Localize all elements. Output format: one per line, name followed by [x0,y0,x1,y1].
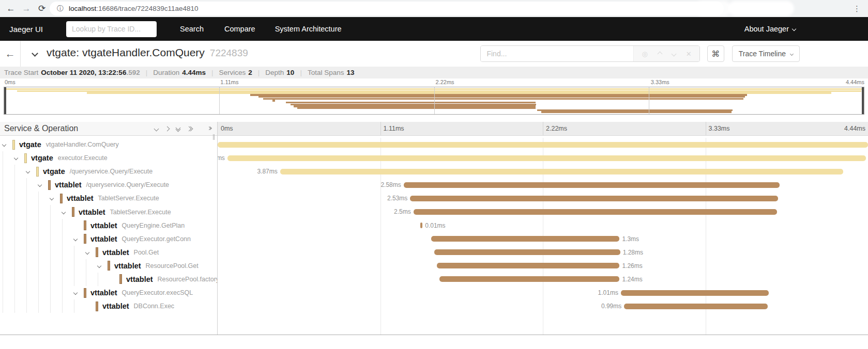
span-tree-row[interactable]: vttabletQueryExecutor.execSQL [0,286,217,299]
span-timeline-row[interactable]: 2.53ms [218,192,868,205]
span-tree-row[interactable]: vttablet/queryservice.Query/Execute [0,178,217,192]
address-bar[interactable]: ⓘ localhost:16686/trace/7224839c11ae4810 [50,2,724,15]
span-expand-toggle[interactable] [62,211,72,214]
span-tree-row[interactable]: vttabletPool.Get [0,246,217,259]
span-expand-toggle[interactable] [26,170,36,173]
span-expand-toggle[interactable] [50,197,60,200]
span-service-name: vttablet [79,208,105,216]
span-tree-row[interactable]: vttabletTabletServer.Execute [0,205,217,218]
span-duration-bar[interactable] [420,223,422,228]
tree-indent-guide [3,151,14,165]
nav-link-search[interactable]: Search [180,25,204,33]
span-timeline-row[interactable]: 1.24ms [218,273,868,286]
redacted-extensions-area [728,1,794,16]
find-input[interactable] [481,46,633,61]
span-timeline-row[interactable]: 1.01ms [218,286,868,299]
span-expand-toggle[interactable] [98,264,108,267]
span-duration-bar[interactable] [414,209,777,215]
span-tree-row[interactable]: vttabletDBConn.Exec [0,299,217,313]
tree-indent-guide [14,165,26,178]
span-color-swatch [84,234,86,244]
browser-menu-icon[interactable]: ⋮ [853,0,861,17]
span-duration-bar[interactable] [621,290,769,296]
span-expand-toggle[interactable] [86,251,96,254]
span-timeline-row[interactable]: 1.3ms [218,232,868,246]
span-tree-row[interactable]: vttabletQueryExecutor.getConn [0,232,217,246]
span-duration-bar[interactable] [431,236,620,242]
span-operation-name: TabletServer.Execute [110,209,171,216]
span-duration-bar[interactable] [439,276,619,282]
keyboard-shortcuts-button[interactable]: ⌘ [707,45,724,62]
tree-indent-guide [3,286,14,299]
find-control: ◎ ✕ [480,45,699,62]
span-tree-row[interactable]: vtgatevtgateHandler.ComQuery [0,138,217,151]
span-timeline-row[interactable]: 2.58ms [218,178,868,192]
span-timeline-row[interactable]: 1.26ms [218,259,868,273]
trace-view-selector[interactable]: Trace Timeline [732,45,800,62]
tree-indent-guide [3,205,14,218]
collapse-trace-chevron-icon[interactable] [32,50,38,57]
tree-indent-guide [38,219,50,232]
span-expand-toggle[interactable] [38,183,48,186]
trace-id-lookup-input[interactable] [66,21,157,37]
collapse-one-icon[interactable] [155,127,158,131]
divider-collapse-icon[interactable] [209,127,211,130]
expand-one-icon[interactable] [165,127,169,131]
span-tree-row[interactable]: vttabletQueryEngine.GetPlan [0,219,217,232]
span-timeline-row[interactable] [218,138,868,151]
span-timeline-row[interactable]: 0.01ms [218,219,868,232]
span-duration-bar[interactable] [437,263,619,268]
back-button[interactable]: ← [0,41,21,67]
span-expand-toggle[interactable] [74,237,84,241]
browser-forward-icon[interactable]: → [19,4,34,14]
span-timeline-row[interactable]: ms [218,151,868,165]
minimap-right-scrubber[interactable] [862,87,864,114]
nav-link-compare[interactable]: Compare [224,25,255,33]
span-duration-bar[interactable] [280,169,843,174]
span-timeline-row[interactable]: 1.28ms [218,246,868,259]
span-color-swatch [96,302,98,311]
summary-label: Duration [153,69,179,76]
span-timeline-row[interactable]: 3.87ms [218,165,868,178]
site-info-icon[interactable]: ⓘ [57,4,64,13]
span-timeline-row[interactable]: 0.99ms [218,299,868,313]
span-duration-bar[interactable] [434,249,620,255]
browser-refresh-icon[interactable]: ⟳ [34,3,50,14]
minimap-axis: 0ms1.11ms2.22ms3.33ms4.44ms [4,78,864,87]
tree-indent-guide [26,273,38,286]
minimap-left-scrubber[interactable] [4,87,6,114]
span-tree-row[interactable]: vttabletResourcePool.Get [0,259,217,273]
clear-find-icon[interactable]: ✕ [686,50,692,58]
divider-grip-icon[interactable] [213,134,215,140]
span-operation-name: /queryservice.Query/Execute [86,181,170,188]
span-tree-row[interactable]: vtgate/queryservice.Query/Execute [0,165,217,178]
expand-all-icon[interactable] [187,127,192,131]
tree-indent-guide [14,192,26,205]
span-expand-toggle[interactable] [14,156,24,160]
minimap-axis-tick-label: 4.44ms [846,79,864,85]
next-match-icon[interactable] [671,51,676,56]
span-tree-row[interactable]: vtgateexecutor.Execute [0,151,217,165]
span-duration-bar[interactable] [227,155,866,161]
span-service-name: vtgate [31,154,53,162]
tree-indent-guide [26,259,38,273]
span-tree-row[interactable]: vttabletTabletServer.Execute [0,192,217,205]
span-tree-row[interactable]: vttabletResourcePool.factory [0,273,217,286]
browser-back-icon[interactable]: ← [3,4,19,14]
span-timeline-row[interactable]: 2.5ms [218,205,868,218]
focus-match-icon[interactable]: ◎ [642,50,647,58]
span-operation-name: DBConn.Exec [134,303,175,310]
summary-value: 2 [248,69,252,76]
span-duration-bar[interactable] [624,304,768,309]
timeline-minimap[interactable] [4,87,864,115]
span-duration-bar[interactable] [218,142,868,148]
jaeger-ui-brand[interactable]: Jaeger UI [9,25,43,34]
previous-match-icon[interactable] [657,51,662,56]
collapse-all-icon[interactable] [176,126,180,131]
span-duration-bar[interactable] [410,196,778,201]
span-duration-bar[interactable] [404,182,780,188]
span-expand-toggle[interactable] [3,143,12,146]
span-expand-toggle[interactable] [74,291,84,294]
about-jaeger-menu[interactable]: About Jaeger [744,25,796,33]
nav-link-system-architecture[interactable]: System Architecture [275,25,342,33]
